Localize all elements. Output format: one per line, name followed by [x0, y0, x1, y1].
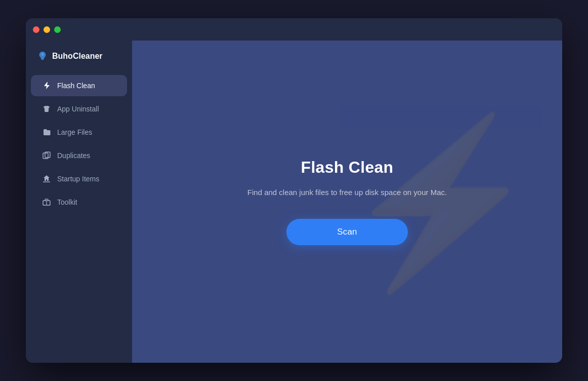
toolkit-icon	[42, 198, 51, 207]
flash-clean-icon	[42, 81, 51, 90]
app-name: BuhoCleaner	[52, 52, 103, 61]
sidebar-item-app-uninstall-label: App Uninstall	[57, 105, 99, 113]
title-bar	[26, 18, 562, 41]
app-window: BuhoCleaner Flash Clean	[26, 18, 562, 363]
close-button[interactable]	[33, 26, 39, 33]
large-files-icon	[42, 128, 51, 137]
buho-cleaner-logo-icon	[37, 51, 48, 62]
app-body: BuhoCleaner Flash Clean	[26, 41, 562, 363]
scan-button[interactable]: Scan	[286, 219, 408, 245]
sidebar-item-duplicates-label: Duplicates	[57, 151, 90, 160]
main-content: ⚡ Flash Clean Find and clean junk files …	[132, 41, 562, 363]
startup-items-icon	[42, 174, 51, 183]
sidebar-item-large-files-label: Large Files	[57, 128, 92, 136]
maximize-button[interactable]	[54, 26, 61, 33]
minimize-button[interactable]	[44, 26, 50, 33]
sidebar-item-startup-items-label: Startup Items	[57, 175, 99, 183]
sidebar-logo: BuhoCleaner	[26, 51, 132, 74]
page-title: Flash Clean	[301, 158, 394, 177]
sidebar-item-app-uninstall[interactable]: App Uninstall	[31, 98, 127, 120]
center-panel: Flash Clean Find and clean junk files to…	[247, 158, 447, 245]
sidebar-item-flash-clean[interactable]: Flash Clean	[31, 75, 127, 96]
sidebar-item-large-files[interactable]: Large Files	[31, 122, 127, 143]
traffic-lights	[33, 26, 61, 33]
duplicates-icon	[42, 151, 51, 160]
sidebar-item-toolkit[interactable]: Toolkit	[31, 192, 127, 213]
app-uninstall-icon	[42, 104, 51, 113]
sidebar-item-duplicates[interactable]: Duplicates	[31, 145, 127, 166]
sidebar-item-toolkit-label: Toolkit	[57, 198, 77, 206]
page-subtitle: Find and clean junk files to free up dis…	[247, 187, 447, 199]
sidebar: BuhoCleaner Flash Clean	[26, 41, 132, 363]
sidebar-item-startup-items[interactable]: Startup Items	[31, 168, 127, 189]
sidebar-item-flash-clean-label: Flash Clean	[57, 82, 95, 90]
